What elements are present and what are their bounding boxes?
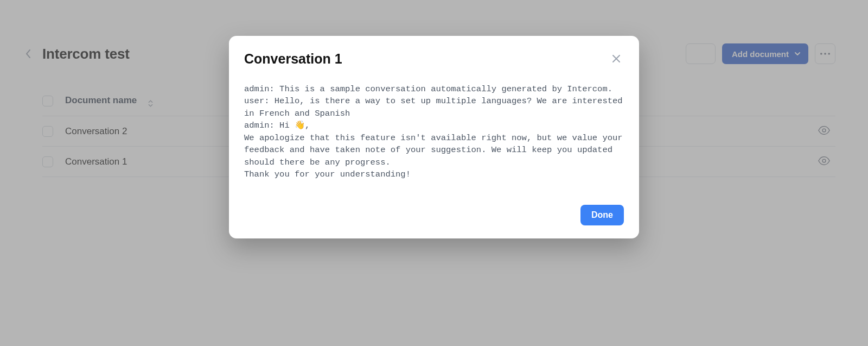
modal-header: Conversation 1 bbox=[244, 51, 624, 67]
modal-title: Conversation 1 bbox=[244, 51, 342, 67]
close-button[interactable] bbox=[609, 51, 624, 66]
modal-body: admin: This is a sample conversation aut… bbox=[244, 83, 624, 181]
modal-footer: Done bbox=[244, 205, 624, 225]
close-icon bbox=[612, 54, 621, 63]
done-button[interactable]: Done bbox=[580, 205, 624, 225]
conversation-modal: Conversation 1 admin: This is a sample c… bbox=[229, 36, 639, 238]
modal-overlay[interactable]: Conversation 1 admin: This is a sample c… bbox=[0, 0, 868, 346]
